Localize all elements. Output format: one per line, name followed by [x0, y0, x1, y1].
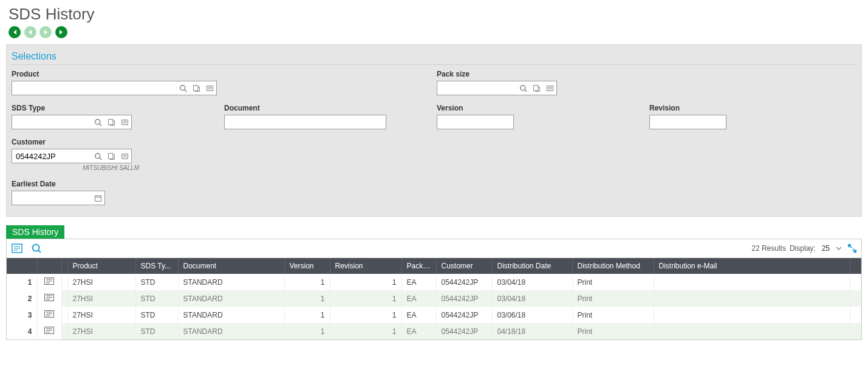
data-table: Product SDS Ty... Document Version Revis… [7, 258, 861, 339]
nav-prev-icon[interactable] [24, 26, 36, 38]
cell-product: 27HSI [67, 307, 135, 323]
list-icon[interactable] [118, 149, 131, 163]
row-detail-icon[interactable] [37, 274, 61, 290]
grid-toolbar: 22 Results Display: 25 [7, 239, 861, 258]
svg-rect-3 [207, 86, 213, 90]
col-document[interactable]: Document [178, 258, 284, 274]
cell-sds-type: STD [135, 290, 178, 307]
svg-line-33 [38, 250, 41, 253]
col-product[interactable]: Product [67, 258, 135, 274]
expand-icon[interactable] [848, 244, 856, 253]
nav-last-icon[interactable] [55, 26, 67, 38]
row-index: 4 [7, 323, 37, 339]
table-row[interactable]: 127HSISTDSTANDARD11EA0544242JP03/04/18Pr… [7, 274, 861, 290]
col-customer[interactable]: Customer [436, 258, 492, 274]
svg-rect-20 [108, 153, 112, 158]
table-row[interactable]: 227HSISTDSTANDARD11EA0544242JP03/04/18Pr… [7, 290, 861, 307]
nav-next-icon[interactable] [39, 26, 52, 38]
scrollbar[interactable] [850, 307, 861, 323]
lookup-icon[interactable] [104, 115, 118, 129]
cell-pack-size: EA [402, 323, 436, 339]
cell-customer: 0544242JP [436, 307, 492, 323]
list-icon[interactable] [118, 115, 131, 129]
scrollbar[interactable] [850, 290, 861, 307]
search-icon[interactable] [91, 115, 104, 129]
svg-rect-8 [533, 85, 538, 90]
lookup-icon[interactable] [530, 81, 543, 95]
cell-version: 1 [284, 274, 330, 290]
lookup-icon[interactable] [190, 81, 203, 95]
customer-hint: MITSUBISHI SALLM [12, 165, 139, 171]
cell-dist-method: Print [572, 290, 654, 307]
list-icon[interactable] [543, 81, 556, 95]
customer-label: Customer [12, 138, 862, 146]
table-row[interactable]: 427HSISTDSTANDARD11EA0544242JP04/18/18Pr… [7, 323, 861, 339]
lookup-icon[interactable] [104, 149, 118, 163]
row-sep [61, 323, 67, 339]
version-input[interactable] [437, 115, 513, 129]
svg-line-13 [99, 123, 101, 125]
detail-view-icon[interactable] [12, 243, 22, 253]
col-detail[interactable] [37, 258, 61, 274]
scrollbar[interactable] [850, 274, 861, 290]
row-detail-icon[interactable] [37, 307, 61, 323]
sds-type-input[interactable] [12, 115, 91, 129]
cell-pack-size: EA [402, 274, 436, 290]
selections-title: Selections [12, 50, 856, 65]
row-detail-icon[interactable] [37, 290, 61, 307]
earliest-date-input[interactable] [12, 191, 91, 205]
cell-customer: 0544242JP [436, 323, 492, 339]
col-pack-size[interactable]: Pack si... [402, 258, 436, 274]
col-version[interactable]: Version [284, 258, 330, 274]
col-dist-method[interactable]: Distribution Method [572, 258, 654, 274]
search-icon[interactable] [176, 81, 190, 95]
col-revision[interactable]: Revision [330, 258, 402, 274]
product-input[interactable] [12, 81, 176, 95]
cell-dist-email [654, 290, 850, 307]
customer-input[interactable] [12, 149, 91, 163]
search-icon[interactable] [516, 81, 530, 95]
revision-input[interactable] [650, 115, 726, 129]
table-row[interactable]: 327HSISTDSTANDARD11EA0544242JP03/06/18Pr… [7, 307, 861, 323]
svg-point-32 [33, 245, 39, 251]
cell-customer: 0544242JP [436, 274, 492, 290]
row-sep [61, 274, 67, 290]
col-dist-email[interactable]: Distribution e-Mail [654, 258, 850, 274]
cell-dist-method: Print [572, 274, 654, 290]
results-count: 22 Results [751, 244, 786, 253]
selections-panel: Selections Product Pack size [6, 44, 862, 217]
calendar-icon[interactable] [91, 191, 104, 205]
cell-product: 27HSI [67, 274, 135, 290]
col-index[interactable] [7, 258, 37, 274]
display-value[interactable]: 25 [818, 244, 833, 253]
chevron-down-icon[interactable] [836, 245, 842, 251]
cell-revision: 1 [330, 290, 402, 307]
cell-version: 1 [284, 307, 330, 323]
cell-dist-email [654, 307, 850, 323]
svg-point-18 [95, 153, 100, 158]
cell-pack-size: EA [402, 307, 436, 323]
col-sds-type[interactable]: SDS Ty... [135, 258, 178, 274]
col-dist-date[interactable]: Distribution Date [492, 258, 572, 274]
search-icon[interactable] [91, 149, 104, 163]
grid-tab[interactable]: SDS History [6, 225, 64, 239]
scrollbar[interactable] [850, 323, 861, 339]
search-icon[interactable] [31, 243, 42, 254]
list-icon[interactable] [203, 81, 216, 95]
document-label: Document [224, 104, 437, 112]
results-grid: SDS History 22 Results Display: 25 [6, 225, 862, 340]
cell-customer: 0544242JP [436, 290, 492, 307]
col-scroll [850, 258, 861, 274]
row-sep [61, 307, 67, 323]
document-input[interactable] [225, 115, 386, 129]
version-label: Version [437, 104, 649, 112]
cell-sds-type: STD [135, 323, 178, 339]
nav-first-icon[interactable] [9, 26, 21, 38]
cell-product: 27HSI [67, 323, 135, 339]
pack-size-input[interactable] [437, 81, 516, 95]
cell-dist-date: 03/04/18 [492, 274, 572, 290]
cell-dist-email [654, 274, 850, 290]
row-detail-icon[interactable] [37, 323, 61, 339]
cell-revision: 1 [330, 274, 402, 290]
svg-point-6 [520, 85, 525, 90]
